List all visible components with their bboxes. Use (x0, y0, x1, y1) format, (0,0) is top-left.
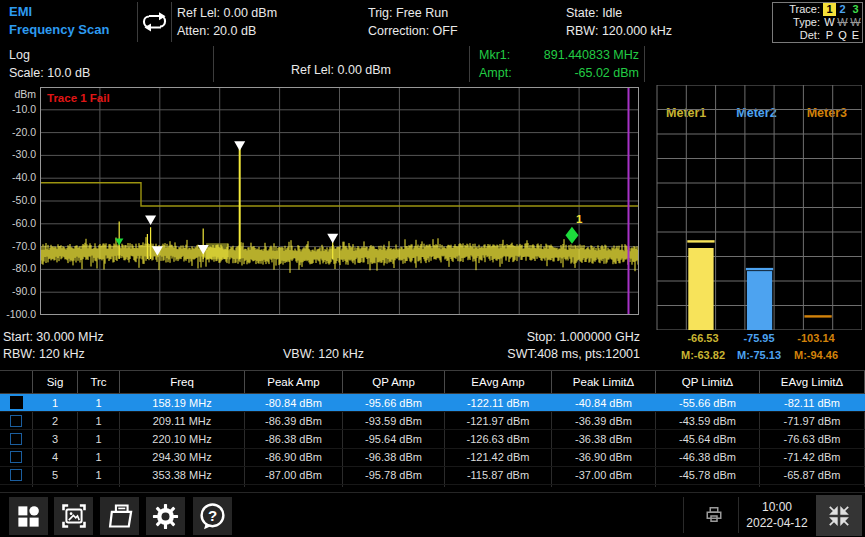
table-cell: -95.78 dBm (343, 467, 445, 484)
continuous-sweep-icon[interactable] (141, 10, 169, 38)
collapse-arrows-icon (826, 503, 852, 529)
table-cell: -96.20 dBm (343, 485, 445, 487)
table-cell: -86.39 dBm (245, 412, 343, 429)
table-cell: -86.90 dBm (245, 449, 343, 466)
table-cell: -43.59 dBm (656, 412, 760, 429)
trace-legend-row-trace: Trace: 1 2 3 (773, 3, 862, 16)
meter1-max-value: M:-63.82 (671, 349, 735, 361)
legend-label: Trace: (789, 3, 820, 16)
table-cell: -37.00 dBm (552, 467, 656, 484)
axis-tick-label: -60.0 (0, 217, 36, 229)
trace2-detector: Q (836, 29, 849, 42)
table-cell: 1 (78, 449, 120, 466)
table-row[interactable]: 61504.04 MHz-88.04 dBm-96.20 dBm-121.66 … (0, 485, 865, 487)
axis-tick-label: -40.0 (0, 171, 36, 183)
meter2-value: -75.95 (727, 332, 791, 344)
collapse-toolbar-button[interactable] (816, 495, 862, 536)
table-cell: 220.10 MHz (120, 430, 245, 447)
axis-tick-label: -20.0 (0, 126, 36, 138)
settings-button[interactable] (146, 497, 185, 535)
table-header-cell: Peak LimitΔ (552, 371, 656, 393)
table-cell: 294.30 MHz (120, 449, 245, 466)
table-cell: 504.04 MHz (120, 485, 245, 487)
trace1-selector[interactable]: 1 (823, 3, 836, 16)
trig-readout: Trig: Free Run (368, 4, 458, 22)
row-checkbox[interactable] (10, 415, 22, 427)
table-cell: -82.11 dBm (760, 394, 865, 411)
table-row[interactable]: 51353.38 MHz-87.00 dBm-95.78 dBm-115.87 … (0, 467, 865, 485)
row-checkbox[interactable] (10, 433, 22, 445)
table-cell: 1 (78, 394, 120, 411)
checkbox-cell (0, 467, 33, 484)
trace1-detector: P (823, 29, 836, 42)
ref-level-center-readout: Ref Lel: 0.00 dBm (213, 61, 469, 79)
svg-text:Trace 1 Fail: Trace 1 Fail (47, 92, 110, 104)
correction-readout: Correction: OFF (368, 22, 458, 40)
table-cell: -121.42 dBm (445, 449, 552, 466)
table-cell: -71.66 dBm (760, 485, 865, 487)
table-cell: -86.38 dBm (245, 430, 343, 447)
table-row[interactable]: 21209.11 MHz-86.39 dBm-93.59 dBm-121.97 … (0, 412, 865, 430)
help-button[interactable]: ? (193, 497, 232, 535)
state-readout: State: Idle (566, 4, 672, 22)
trace-legend[interactable]: Trace: 1 2 3 Type: W W W Det: P Q E (772, 2, 863, 43)
sweep-time-readout: SWT:408 ms, pts:12001 (440, 347, 640, 361)
checkbox-cell (0, 430, 33, 447)
scale-marker-bar: Log Scale: 10.0 dB Ref Lel: 0.00 dBm Mkr… (0, 44, 865, 84)
trace-legend-row-det: Det: P Q E (773, 29, 862, 42)
home-menu-button[interactable] (9, 497, 48, 535)
checkbox-cell (0, 485, 33, 487)
marker1-ampt-label: Ampt: (479, 64, 512, 82)
trace2-selector[interactable]: 2 (836, 3, 849, 16)
table-cell: 5 (33, 467, 78, 484)
table-cell: -36.90 dBm (552, 449, 656, 466)
table-cell: 6 (33, 485, 78, 487)
checkbox-cell (0, 412, 33, 429)
table-header-cell: QP Amp (343, 371, 445, 393)
svg-text:1: 1 (576, 213, 583, 225)
meter1-value: -66.53 (671, 332, 735, 344)
table-cell: -87.00 dBm (245, 467, 343, 484)
trace3-selector[interactable]: 3 (849, 3, 862, 16)
table-cell: -71.97 dBm (760, 412, 865, 429)
emi-analyzer-screen: EMI Frequency Scan Ref Lel: 0.00 dBm Att… (0, 0, 865, 537)
axis-tick-label: -30.0 (0, 148, 36, 160)
trace3-type: W (849, 16, 862, 29)
table-cell: -96.38 dBm (343, 449, 445, 466)
table-cell: -93.59 dBm (343, 412, 445, 429)
log-label: Log (9, 46, 90, 64)
svg-text:?: ? (208, 506, 217, 523)
table-cell: 158.19 MHz (120, 394, 245, 411)
divider (171, 2, 172, 42)
row-checkbox[interactable] (10, 396, 23, 409)
table-cell: 3 (33, 430, 78, 447)
home-grid-icon (15, 503, 42, 530)
table-row[interactable]: 41294.30 MHz-86.90 dBm-96.38 dBm-121.42 … (0, 449, 865, 467)
row-checkbox[interactable] (10, 469, 22, 481)
trace2-type: W (836, 16, 849, 29)
save-file-button[interactable] (100, 497, 139, 535)
row-checkbox[interactable] (10, 451, 22, 463)
spectrum-plot: 1Trace 1 Fail (40, 87, 639, 315)
table-row[interactable]: 11158.19 MHz-80.84 dBm-95.66 dBm-122.11 … (0, 394, 865, 412)
state-rbw-readout: State: Idle RBW: 120.000 kHz (566, 4, 672, 40)
table-header-cell: EAvg LimitΔ (760, 371, 865, 393)
atten-readout: Atten: 20.0 dB (177, 22, 277, 40)
rbw-info-readout: RBW: 120 kHz (3, 347, 85, 361)
vbw-readout: VBW: 120 kHz (283, 347, 364, 361)
table-cell: -46.20 dBm (656, 485, 760, 487)
axis-tick-label: -70.0 (0, 240, 36, 252)
date-readout: 2022-04-12 (742, 515, 812, 531)
axis-tick-label: -80.0 (0, 262, 36, 274)
bottom-toolbar: ? 10:00 2022-04-12 (0, 492, 865, 537)
scale-readout: Scale: 10.0 dB (9, 64, 90, 82)
table-cell: -126.63 dBm (445, 430, 552, 447)
table-cell: 353.38 MHz (120, 467, 245, 484)
top-status-bar: EMI Frequency Scan Ref Lel: 0.00 dBm Att… (0, 0, 865, 45)
printer-icon (705, 506, 723, 527)
stop-freq-readout: Stop: 1.000000 GHz (440, 330, 640, 344)
table-row[interactable]: 31220.10 MHz-86.38 dBm-95.64 dBm-126.63 … (0, 430, 865, 448)
table-cell: -46.38 dBm (656, 449, 760, 466)
divider (137, 2, 138, 42)
screenshot-button[interactable] (54, 497, 93, 535)
